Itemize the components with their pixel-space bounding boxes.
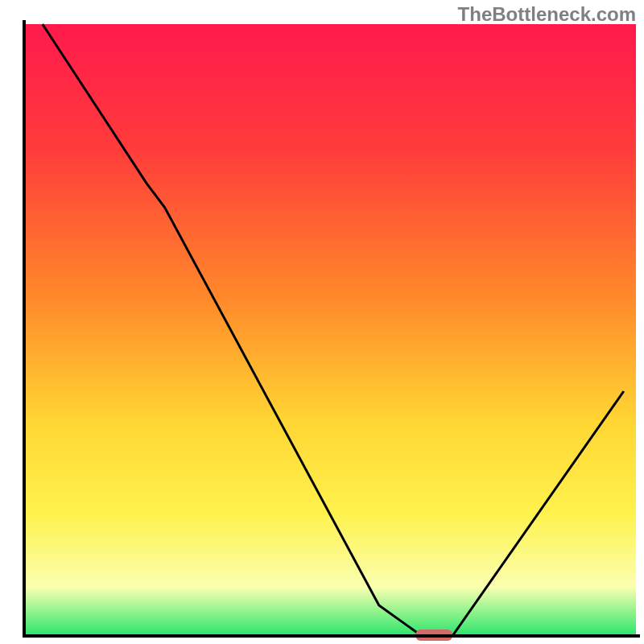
gradient-background (24, 24, 636, 636)
bottleneck-chart (0, 0, 644, 644)
chart-container: TheBottleneck.com (0, 0, 644, 644)
watermark-text: TheBottleneck.com (458, 3, 636, 26)
